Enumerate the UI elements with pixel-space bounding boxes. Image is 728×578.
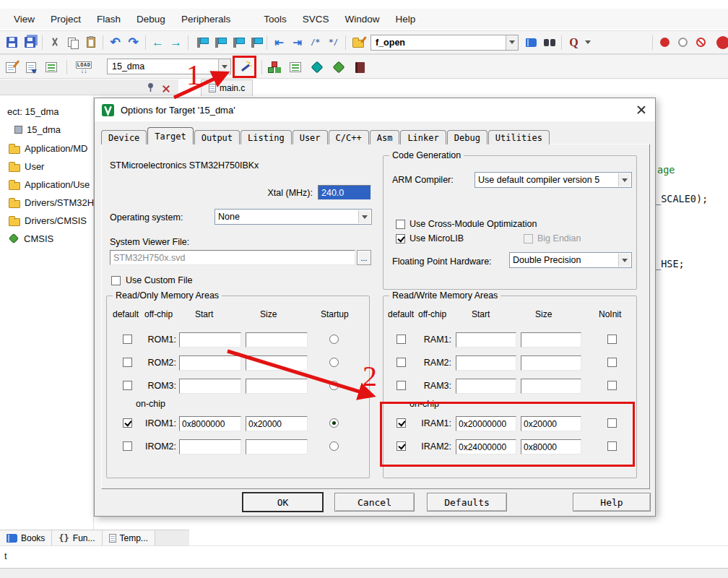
configure-icon[interactable]	[349, 34, 367, 51]
microlib-checkbox[interactable]	[396, 234, 405, 243]
ram1-size-input[interactable]	[521, 332, 581, 348]
tree-root-project[interactable]: ect: 15_dma	[7, 104, 59, 118]
tree-item-application-mdk[interactable]: Application/MD	[9, 141, 87, 155]
rom3-startup-radio[interactable]	[329, 381, 339, 390]
tab-functions[interactable]: {}Fun...	[52, 530, 102, 545]
uncomment-icon[interactable]: */	[324, 34, 342, 51]
irom2-default-checkbox[interactable]	[123, 441, 132, 451]
indent-icon[interactable]: ⇥	[288, 34, 306, 51]
template-book-icon[interactable]	[351, 59, 369, 76]
ram3-start-input[interactable]	[456, 379, 516, 394]
arm-compiler-select[interactable]: Use default compiler version 5	[474, 172, 632, 188]
irom1-startup-radio[interactable]	[329, 418, 339, 428]
options-for-target-icon[interactable]	[236, 59, 254, 76]
dropdown-button[interactable]	[618, 173, 630, 186]
irom2-size-input[interactable]	[246, 439, 308, 454]
tree-item-application-user[interactable]: Application/Use	[9, 177, 90, 191]
irom1-default-checkbox[interactable]	[123, 418, 132, 428]
tree-item-drivers-cmsis[interactable]: Drivers/CMSIS	[9, 213, 87, 228]
defaults-button[interactable]: Defaults	[427, 493, 507, 512]
tree-item-target[interactable]: 15_dma	[14, 122, 61, 137]
rom3-start-input[interactable]	[179, 379, 241, 394]
iram1-start-input[interactable]	[456, 416, 516, 431]
ram2-noinit-checkbox[interactable]	[607, 358, 617, 367]
rom1-default-checkbox[interactable]	[123, 335, 132, 344]
iram1-noinit-checkbox[interactable]	[607, 418, 617, 428]
redo-icon[interactable]: ↷	[124, 34, 142, 51]
download-flash-icon[interactable]: LOAD↓↓	[69, 57, 98, 77]
rom2-start-input[interactable]	[179, 355, 241, 371]
tab-utilities[interactable]: Utilities	[488, 130, 550, 144]
editor-tab-main-c[interactable]: main.c	[201, 79, 253, 96]
menu-svcs[interactable]: SVCS	[295, 11, 337, 27]
rom3-size-input[interactable]	[246, 379, 308, 394]
ram2-size-input[interactable]	[521, 355, 581, 371]
rom1-start-input[interactable]	[179, 332, 241, 348]
pack-installer-icon[interactable]	[329, 59, 347, 76]
menu-debug[interactable]: Debug	[129, 11, 173, 27]
grep-icon[interactable]: Q	[565, 34, 583, 51]
nav-forward-icon[interactable]: →	[167, 34, 185, 51]
dropdown-button[interactable]	[618, 254, 630, 267]
breakpoint-edge-icon[interactable]	[710, 34, 728, 51]
manage-project-items-icon[interactable]	[286, 59, 304, 76]
dropdown-button[interactable]	[358, 210, 370, 223]
find-icon[interactable]	[540, 34, 558, 51]
tree-item-cmsis-pack[interactable]: CMSIS	[9, 231, 53, 246]
grep-dropdown-icon[interactable]	[583, 34, 593, 51]
tab-asm[interactable]: Asm	[370, 130, 400, 144]
menu-tools[interactable]: Tools	[256, 11, 295, 27]
bookmark-prev-icon[interactable]	[209, 34, 228, 51]
tab-c-cpp[interactable]: C/C++	[329, 130, 369, 144]
menu-window[interactable]: Window	[337, 11, 387, 27]
iram1-size-input[interactable]	[521, 416, 581, 431]
tab-listing[interactable]: Listing	[240, 130, 292, 144]
irom1-start-input[interactable]	[179, 416, 241, 431]
ram1-noinit-checkbox[interactable]	[607, 335, 617, 344]
ram2-default-checkbox[interactable]	[396, 358, 406, 367]
manage-rte-icon[interactable]	[264, 59, 282, 76]
breakpoint-icon[interactable]	[656, 34, 674, 51]
find-in-files-icon[interactable]	[522, 34, 540, 51]
translate-icon[interactable]	[1, 59, 20, 76]
cross-module-checkbox[interactable]	[396, 220, 405, 229]
ram3-noinit-checkbox[interactable]	[607, 381, 617, 390]
tab-output[interactable]: Output	[194, 130, 240, 144]
menu-view[interactable]: View	[6, 11, 43, 27]
build-icon[interactable]	[22, 59, 40, 76]
save-icon[interactable]	[3, 34, 21, 51]
menu-project[interactable]: Project	[43, 11, 89, 27]
tab-device[interactable]: Device	[101, 130, 147, 144]
iram2-noinit-checkbox[interactable]	[607, 441, 617, 451]
menu-flash[interactable]: Flash	[89, 11, 129, 27]
unindent-icon[interactable]: ⇤	[270, 34, 288, 51]
tab-user[interactable]: User	[292, 130, 328, 144]
comment-icon[interactable]: /*	[306, 34, 324, 51]
rom1-startup-radio[interactable]	[329, 335, 339, 344]
target-select-combobox[interactable]: 15_dma	[107, 59, 231, 74]
help-button[interactable]: Help	[573, 493, 651, 512]
ram1-default-checkbox[interactable]	[396, 335, 406, 344]
dialog-close-button[interactable]	[633, 103, 649, 117]
rom2-startup-radio[interactable]	[329, 358, 339, 367]
fpu-select[interactable]: Double Precision	[509, 252, 632, 268]
combobox-dropdown-button[interactable]	[506, 35, 518, 50]
save-all-icon[interactable]	[21, 34, 39, 51]
tab-debug[interactable]: Debug	[447, 130, 488, 144]
search-text-combobox[interactable]: f_open	[370, 35, 519, 51]
tab-books[interactable]: Books	[0, 530, 52, 545]
cancel-button[interactable]: Cancel	[334, 493, 415, 512]
xtal-input[interactable]	[318, 185, 371, 200]
select-packs-icon[interactable]	[308, 59, 326, 76]
iram2-default-checkbox[interactable]	[396, 441, 406, 451]
os-select[interactable]: None	[214, 209, 372, 225]
ram1-start-input[interactable]	[456, 332, 516, 348]
ram2-start-input[interactable]	[456, 355, 516, 371]
cut-icon[interactable]	[46, 34, 64, 51]
irom1-size-input[interactable]	[246, 416, 308, 431]
iram1-default-checkbox[interactable]	[396, 418, 406, 428]
iram2-start-input[interactable]	[456, 439, 516, 454]
rebuild-icon[interactable]	[42, 59, 60, 76]
tab-templates[interactable]: Temp...	[103, 530, 155, 545]
svf-input[interactable]	[110, 250, 355, 265]
